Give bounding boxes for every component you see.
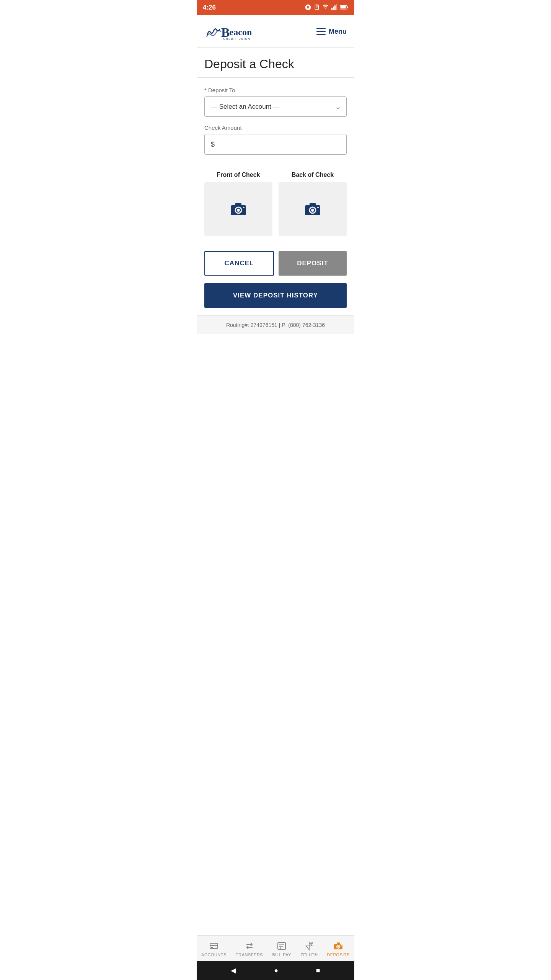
cancel-button[interactable]: CANCEL <box>204 251 274 276</box>
status-time: 4:26 <box>203 4 216 11</box>
app-header: B eacon CREDIT UNION Menu <box>197 15 354 48</box>
back-camera-icon <box>304 202 321 216</box>
nav-transfers[interactable]: TRANSFERS <box>232 939 267 959</box>
svg-rect-9 <box>336 4 337 10</box>
home-button[interactable]: ● <box>274 967 278 975</box>
page-title-section: Deposit a Check <box>197 48 354 78</box>
svg-rect-3 <box>316 4 318 5</box>
billpay-icon: $ <box>277 941 287 951</box>
svg-rect-27 <box>210 945 218 946</box>
hamburger-icon <box>316 28 326 35</box>
battery-icon <box>340 5 348 11</box>
svg-text:eacon: eacon <box>230 27 252 37</box>
page-title: Deposit a Check <box>204 57 347 71</box>
svg-text:®: ® <box>311 942 313 944</box>
billpay-nav-label: BILL PAY <box>272 952 291 957</box>
status-icons: P <box>305 4 348 12</box>
svg-point-18 <box>237 209 240 212</box>
account-select[interactable]: — Select an Account — <box>205 97 346 116</box>
back-button[interactable]: ◀ <box>231 966 236 975</box>
front-camera-icon <box>230 202 247 216</box>
deposit-button[interactable]: DEPOSIT <box>279 251 347 276</box>
nav-accounts[interactable]: ACCOUNTS <box>197 939 230 959</box>
nav-zelle[interactable]: ® ZELLE® <box>297 939 321 959</box>
svg-point-37 <box>337 946 339 947</box>
dollar-sign: $ <box>211 140 215 149</box>
svg-point-39 <box>341 944 342 946</box>
svg-rect-11 <box>341 6 346 8</box>
nav-deposits[interactable]: DEPOSITS <box>323 939 354 959</box>
menu-button[interactable]: Menu <box>316 28 347 36</box>
account-select-wrapper[interactable]: — Select an Account — ⌵ <box>204 96 347 117</box>
svg-rect-6 <box>331 8 333 10</box>
deposits-icon <box>333 941 343 951</box>
beacon-logo: B eacon CREDIT UNION <box>204 20 266 43</box>
amount-input[interactable] <box>216 134 340 154</box>
android-nav-bar: ◀ ● ■ <box>197 961 354 980</box>
footer-info: Routing#: 274976151 | P: (800) 762-3136 <box>197 315 354 334</box>
svg-rect-38 <box>337 942 340 944</box>
front-of-check-label: Front of Check <box>204 172 272 178</box>
back-check-upload[interactable] <box>279 182 347 236</box>
routing-text: Routing#: 274976151 | P: (800) 762-3136 <box>204 322 347 328</box>
svg-text:CREDIT UNION: CREDIT UNION <box>223 37 251 41</box>
accounts-icon <box>209 941 219 951</box>
menu-label: Menu <box>329 28 347 36</box>
svg-rect-2 <box>315 5 318 10</box>
svg-rect-28 <box>211 947 213 948</box>
amount-input-wrapper[interactable]: $ <box>204 134 347 155</box>
bottom-nav: ACCOUNTS TRANSFERS $ BILL PAY <box>197 935 354 961</box>
svg-rect-12 <box>347 6 348 8</box>
svg-point-20 <box>243 207 245 208</box>
check-images-labels: Front of Check Back of Check <box>204 172 347 178</box>
notification-icon: P <box>305 4 311 12</box>
check-images-section: Front of Check Back of Check <box>197 172 354 243</box>
svg-point-23 <box>311 209 314 212</box>
main-content: Deposit a Check * Deposit To — Select an… <box>197 48 354 935</box>
svg-text:$: $ <box>280 946 281 949</box>
zelle-nav-label: ZELLE® <box>300 952 318 957</box>
clipboard-icon <box>314 4 320 12</box>
transfers-icon <box>245 941 254 951</box>
svg-rect-8 <box>334 5 336 10</box>
deposits-nav-label: DEPOSITS <box>327 952 350 957</box>
svg-rect-24 <box>310 203 316 206</box>
svg-text:P: P <box>307 6 309 9</box>
check-amount-field: Check Amount $ <box>204 124 347 155</box>
svg-rect-19 <box>235 203 241 206</box>
svg-point-25 <box>317 207 319 208</box>
deposit-to-label: * Deposit To <box>204 87 347 93</box>
back-of-check-label: Back of Check <box>279 172 347 178</box>
nav-billpay[interactable]: $ BILL PAY <box>268 939 295 959</box>
accounts-nav-label: ACCOUNTS <box>201 952 227 957</box>
check-images-row <box>204 182 347 236</box>
action-buttons: CANCEL DEPOSIT <box>197 243 354 283</box>
deposit-to-field: * Deposit To — Select an Account — ⌵ <box>204 87 347 117</box>
form-section: * Deposit To — Select an Account — ⌵ Che… <box>197 78 354 172</box>
recents-button[interactable]: ■ <box>316 967 320 975</box>
zelle-icon: ® <box>304 941 314 951</box>
wifi-icon <box>322 5 329 11</box>
svg-rect-29 <box>278 942 285 949</box>
transfers-nav-label: TRANSFERS <box>236 952 263 957</box>
signal-icon <box>331 4 337 11</box>
check-amount-label: Check Amount <box>204 124 347 131</box>
logo-container: B eacon CREDIT UNION <box>204 20 266 43</box>
view-deposit-history-button[interactable]: VIEW DEPOSIT HISTORY <box>204 283 347 308</box>
status-bar: 4:26 P <box>197 0 354 15</box>
svg-rect-7 <box>333 7 334 10</box>
front-check-upload[interactable] <box>204 182 272 236</box>
